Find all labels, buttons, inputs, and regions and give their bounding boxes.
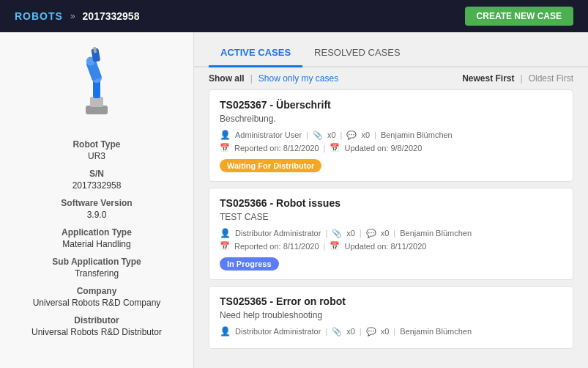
case-dates-2: 📅 Reported on: 8/11/2020 | 📅 Updated on:… (220, 241, 562, 251)
assignee-2: Benjamin Blümchen (400, 229, 472, 238)
comment-icon-3: 💬 (366, 327, 376, 336)
case-meta-2: 👤 Distributor Administrator | 📎 x0 | 💬 x… (220, 228, 562, 238)
comment-count-1: x0 (361, 130, 370, 139)
case-title-3: TS025365 - Error on robot (220, 295, 562, 307)
filter-right: Newest First | Oldest First (462, 73, 573, 84)
status-badge-1: Waiting For Distributor (220, 159, 321, 172)
case-meta-1: 👤 Administrator User | 📎 x0 | 💬 x0 | Ben… (220, 130, 562, 140)
date-sep-1: | (324, 144, 326, 152)
meta-sep-2b: | (360, 229, 362, 238)
distributor-label: Distributor (7, 315, 186, 325)
case-user-1: Administrator User (235, 130, 302, 139)
robots-link[interactable]: ROBOTS (15, 10, 63, 22)
case-title-2: TS025366 - Robot issues (220, 197, 562, 209)
updated-date-2: Updated on: 8/11/2020 (344, 242, 426, 251)
distributor-value: Universal Robots R&D Distributor (7, 327, 186, 337)
sub-application-type-value: Transfering (7, 268, 186, 279)
attach-count-3: x0 (346, 327, 355, 336)
sort-sep: | (521, 73, 523, 84)
case-desc-2: TEST CASE (220, 212, 562, 222)
software-version-label: Software Version (7, 198, 186, 208)
application-type-label: Application Type (7, 227, 186, 238)
comment-icon-2: 💬 (366, 229, 376, 238)
software-version-value: 3.9.0 (7, 210, 186, 220)
serial-value: 2017332958 (7, 180, 186, 191)
comment-count-2: x0 (381, 229, 390, 238)
show-mine-link[interactable]: Show only my cases (258, 73, 338, 84)
case-user-2: Distributor Administrator (235, 229, 321, 238)
case-desc-3: Need help troubleshooting (220, 310, 562, 320)
main-layout: Robot Type UR3 S/N 2017332958 Software V… (0, 32, 588, 368)
case-user-3: Distributor Administrator (235, 327, 321, 336)
case-card-2[interactable]: TS025366 - Robot issues TEST CASE 👤 Dist… (209, 188, 573, 280)
show-all-link[interactable]: Show all (209, 73, 245, 84)
sidebar: Robot Type UR3 S/N 2017332958 Software V… (0, 32, 194, 368)
cases-list: TS025367 - Überschrift Beschreibung. 👤 A… (194, 89, 588, 368)
meta-sep-1b: | (340, 130, 343, 139)
meta-sep-3b: | (360, 327, 362, 336)
create-case-button[interactable]: CREATE NEW CASE (465, 7, 573, 26)
user-icon-3: 👤 (220, 326, 231, 336)
case-card-3[interactable]: TS025365 - Error on robot Need help trou… (209, 286, 573, 349)
case-desc-1: Beschreibung. (220, 114, 562, 124)
oldest-first-sort[interactable]: Oldest First (529, 73, 573, 84)
case-dates-1: 📅 Reported on: 8/12/2020 | 📅 Updated on:… (220, 143, 562, 152)
tab-active-cases[interactable]: ACTIVE CASES (209, 40, 302, 67)
filter-left: Show all | Show only my cases (209, 73, 338, 84)
attach-icon-3: 📎 (332, 327, 342, 336)
header: ROBOTS » 2017332958 CREATE NEW CASE (0, 0, 588, 32)
attach-icon-1: 📎 (313, 130, 323, 140)
breadcrumb: ROBOTS » 2017332958 (15, 10, 139, 22)
meta-sep-1c: | (374, 130, 376, 139)
content-area: ACTIVE CASES RESOLVED CASES Show all | S… (194, 32, 588, 368)
reported-date-1: Reported on: 8/12/2020 (234, 144, 319, 152)
case-meta-3: 👤 Distributor Administrator | 📎 x0 | 💬 x… (220, 326, 562, 336)
user-icon-1: 👤 (220, 130, 231, 140)
svg-rect-1 (90, 97, 103, 107)
meta-sep-3a: | (325, 327, 327, 336)
filter-bar: Show all | Show only my cases Newest Fir… (194, 67, 588, 89)
meta-sep-3c: | (393, 327, 395, 336)
company-value: Universal Robots R&D Company (7, 298, 186, 308)
meta-sep-1a: | (306, 130, 308, 139)
user-icon-2: 👤 (220, 228, 231, 238)
assignee-3: Benjamin Blümchen (400, 327, 472, 336)
reported-date-2: Reported on: 8/11/2020 (234, 242, 319, 251)
attach-count-1: x0 (327, 130, 336, 139)
calendar-icon-1b: 📅 (330, 143, 340, 152)
comment-count-3: x0 (381, 327, 390, 336)
sub-application-type-label: Sub Application Type (7, 257, 186, 267)
meta-sep-2c: | (393, 229, 395, 238)
application-type-value: Material Handling (7, 239, 186, 249)
attach-icon-2: 📎 (332, 229, 342, 238)
filter-sep-1: | (250, 73, 253, 84)
robot-image (60, 47, 133, 120)
case-card-1[interactable]: TS025367 - Überschrift Beschreibung. 👤 A… (209, 89, 573, 182)
assignee-1: Benjamin Blümchen (381, 130, 453, 139)
updated-date-1: Updated on: 9/8/2020 (344, 144, 422, 152)
robot-type-value: UR3 (7, 151, 186, 161)
breadcrumb-separator: » (70, 11, 75, 21)
calendar-icon-1a: 📅 (220, 143, 230, 152)
meta-sep-2a: | (325, 229, 327, 238)
serial-label: S/N (7, 169, 186, 179)
robot-type-label: Robot Type (7, 139, 186, 150)
attach-count-2: x0 (346, 229, 355, 238)
company-label: Company (7, 286, 186, 296)
robot-info: Robot Type UR3 S/N 2017332958 Software V… (7, 132, 186, 337)
tab-resolved-cases[interactable]: RESOLVED CASES (302, 40, 412, 67)
calendar-icon-2b: 📅 (330, 241, 340, 251)
case-title-1: TS025367 - Überschrift (220, 99, 562, 111)
calendar-icon-2a: 📅 (220, 241, 230, 251)
newest-first-sort[interactable]: Newest First (462, 73, 514, 84)
comment-icon-1: 💬 (346, 130, 357, 140)
serial-breadcrumb: 2017332958 (83, 10, 140, 22)
date-sep-2: | (324, 242, 326, 251)
status-badge-2: In Progress (220, 257, 279, 271)
tabs-bar: ACTIVE CASES RESOLVED CASES (194, 40, 588, 67)
